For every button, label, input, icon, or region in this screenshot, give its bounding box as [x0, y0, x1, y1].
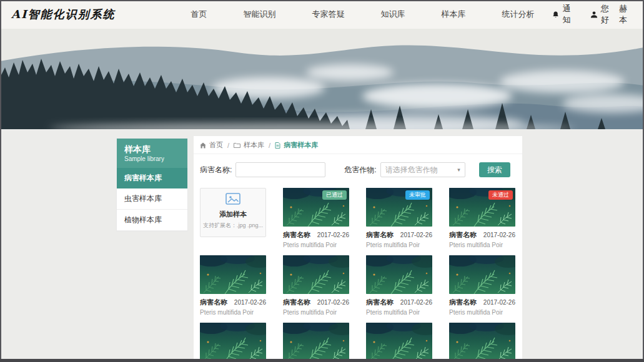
nav-sample-library[interactable]: 样本库	[423, 9, 483, 20]
sample-library-sidebar: 样本库 Sample library 病害样本库 虫害样本库 植物样本库	[117, 139, 187, 231]
sample-card: 病害名称 2017-02-26 Pteris multifida Poir	[449, 323, 515, 362]
harm-crop-select[interactable]: 请选择危害作物 ▾	[380, 162, 465, 177]
status-badge: 未通过	[488, 190, 513, 200]
main-nav: 首页 智能识别 专家答疑 知识库 样本库 统计分析	[172, 9, 552, 20]
top-header: AI智能化识别系统 首页 智能识别 专家答疑 知识库 样本库 统计分析 通知	[0, 0, 644, 29]
fern-photo	[200, 255, 266, 294]
user-name: 赫本	[619, 3, 634, 26]
card-date: 2017-02-26	[234, 299, 266, 306]
sample-card: 未通过 病害名称 2017-02-26 Pteris multifida Poi…	[449, 188, 515, 248]
sample-thumbnail[interactable]	[283, 255, 349, 294]
nav-expert-qa[interactable]: 专家答疑	[294, 9, 362, 20]
file-icon	[275, 142, 280, 149]
sample-card: 病害名称 2017-02-26 Pteris multifida Poir	[366, 255, 432, 316]
add-sample-hint: 支持扩展名：.jpg .png...	[201, 222, 265, 230]
sample-card: 未审批 病害名称 2017-02-26 Pteris multifida Poi…	[366, 188, 432, 248]
nav-home[interactable]: 首页	[172, 9, 225, 20]
card-date: 2017-02-26	[400, 232, 432, 238]
user-menu[interactable]: 您好 赫本	[590, 3, 634, 26]
app-logo[interactable]: AI智能化识别系统	[11, 7, 115, 22]
folder-icon	[234, 142, 240, 148]
sample-thumbnail[interactable]: 未审批	[366, 188, 432, 227]
card-title: 病害名称	[366, 298, 394, 307]
card-latin-name: Pteris multifida Poir	[366, 242, 432, 248]
sample-thumbnail[interactable]	[366, 323, 432, 361]
breadcrumb-sample-library[interactable]: 样本库	[244, 140, 264, 150]
disease-name-label: 病害名称:	[200, 165, 232, 175]
sample-card: 病害名称 2017-02-26 Pteris multifida Poir	[283, 323, 349, 362]
card-meta: 病害名称 2017-02-26	[449, 298, 515, 307]
fern-photo	[366, 323, 432, 361]
home-icon	[200, 142, 206, 149]
sample-grid: 添加样本 支持扩展名：.jpg .png... 已通过 病害名称 2017-02…	[200, 188, 516, 362]
fern-photo	[449, 323, 515, 361]
harm-crop-label: 危害作物:	[344, 165, 376, 175]
card-latin-name: Pteris multifida Poir	[449, 309, 515, 316]
card-latin-name: Pteris multifida Poir	[200, 309, 266, 316]
sidebar-item-disease-samples[interactable]: 病害样本库	[117, 168, 187, 188]
sample-thumbnail[interactable]: 未通过	[449, 188, 515, 227]
image-upload-icon	[225, 193, 240, 205]
sample-thumbnail[interactable]	[449, 323, 515, 361]
sample-thumbnail[interactable]	[283, 323, 349, 361]
notification-label: 通知	[563, 3, 578, 26]
sample-cards-panel: 添加样本 支持扩展名：.jpg .png... 已通过 病害名称 2017-02…	[194, 182, 522, 362]
disease-name-input[interactable]	[235, 162, 325, 177]
card-latin-name: Pteris multifida Poir	[283, 309, 349, 316]
card-date: 2017-02-26	[483, 232, 515, 238]
sample-thumbnail[interactable]	[449, 255, 515, 294]
card-meta: 病害名称 2017-02-26	[449, 230, 515, 240]
sample-thumbnail[interactable]	[200, 255, 266, 294]
breadcrumb-current-page: 病害样本库	[284, 140, 318, 150]
fern-photo	[283, 255, 349, 294]
sample-card: 病害名称 2017-02-26 Pteris multifida Poir	[200, 255, 266, 316]
search-button[interactable]: 搜索	[479, 162, 510, 177]
add-sample-button[interactable]: 添加样本 支持扩展名：.jpg .png...	[200, 188, 266, 237]
nav-knowledge-base[interactable]: 知识库	[362, 9, 423, 20]
card-latin-name: Pteris multifida Poir	[449, 242, 515, 248]
harm-crop-placeholder: 请选择危害作物	[385, 165, 438, 175]
card-title: 病害名称	[283, 230, 310, 240]
breadcrumb-home[interactable]: 首页	[209, 140, 223, 150]
sample-thumbnail[interactable]	[366, 255, 432, 294]
bell-icon	[552, 11, 559, 19]
sidebar-header: 样本库 Sample library	[117, 139, 187, 168]
card-meta: 病害名称 2017-02-26	[283, 298, 349, 307]
card-title: 病害名称	[449, 230, 477, 240]
sidebar-title: 样本库	[124, 144, 180, 155]
breadcrumb: 首页 / 样本库 / 病害样本库	[194, 136, 522, 154]
add-sample-title: 添加样本	[201, 210, 265, 219]
sidebar-item-plant-samples[interactable]: 植物样本库	[117, 210, 187, 231]
chevron-down-icon: ▾	[457, 167, 460, 173]
sample-thumbnail[interactable]: 已通过	[283, 188, 349, 227]
window-border-bottom	[0, 359, 644, 362]
sample-card: 已通过 病害名称 2017-02-26 Pteris multifida Poi…	[283, 188, 349, 248]
sample-thumbnail[interactable]	[200, 323, 266, 361]
header-right: 通知 您好 赫本	[552, 3, 634, 26]
card-meta: 病害名称 2017-02-26	[366, 230, 432, 240]
nav-statistics[interactable]: 统计分析	[483, 9, 552, 20]
sidebar-item-pest-samples[interactable]: 虫害样本库	[117, 188, 187, 210]
card-title: 病害名称	[200, 298, 227, 307]
status-badge: 已通过	[322, 190, 347, 200]
breadcrumb-separator: /	[227, 142, 229, 149]
fern-photo	[200, 323, 266, 361]
card-title: 病害名称	[366, 230, 394, 240]
window-border-left	[0, 0, 1, 362]
card-latin-name: Pteris multifida Poir	[366, 309, 432, 316]
card-date: 2017-02-26	[483, 299, 515, 306]
fern-photo	[449, 255, 515, 294]
filter-panel: 首页 / 样本库 / 病害样本库 病害名称: 危害作物: 请选择危害作物 ▾ 搜…	[194, 136, 522, 186]
card-meta: 病害名称 2017-02-26	[200, 298, 266, 307]
sample-card: 病害名称 2017-02-26 Pteris multifida Poir	[366, 323, 432, 362]
nav-recognition[interactable]: 智能识别	[225, 9, 294, 20]
user-greeting: 您好	[601, 3, 616, 26]
sidebar-subtitle: Sample library	[124, 155, 180, 162]
notification-button[interactable]: 通知	[552, 3, 577, 26]
fern-photo	[366, 255, 432, 294]
fern-photo	[283, 323, 349, 361]
sample-card: 病害名称 2017-02-26 Pteris multifida Poir	[449, 255, 515, 316]
window-border-top	[0, 0, 644, 1]
card-date: 2017-02-26	[317, 232, 349, 238]
user-icon	[590, 11, 598, 19]
